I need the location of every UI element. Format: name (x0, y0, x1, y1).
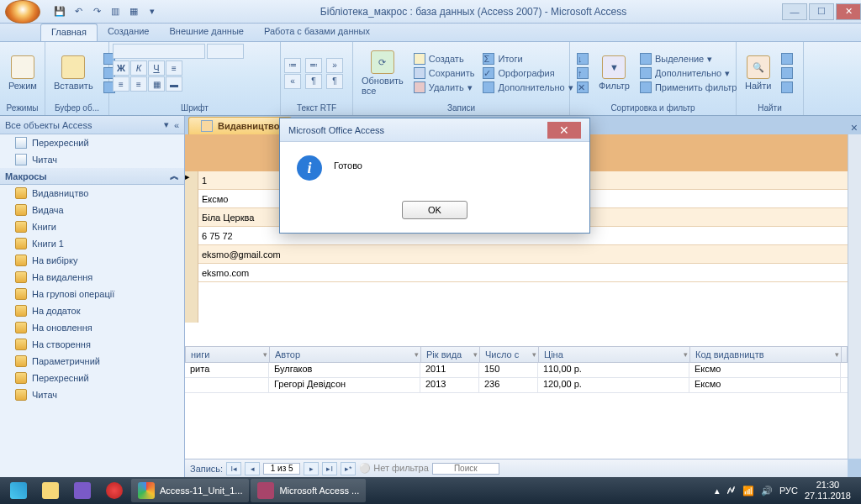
cell[interactable]: Ексмо (689, 363, 841, 377)
nav-group-macros[interactable]: Макросы︽ (0, 168, 184, 185)
nav-item-macro[interactable]: Перехресний (0, 370, 184, 386)
document-tab[interactable]: Видавництво (188, 117, 292, 134)
dialog-close-button[interactable]: ✕ (547, 122, 581, 139)
tab-external[interactable]: Внешние данные (160, 24, 254, 41)
selection-button[interactable]: Выделение▾ (637, 52, 741, 66)
nav-item[interactable]: Читач (0, 151, 184, 168)
italic-button[interactable]: К (130, 60, 147, 76)
office-button[interactable] (5, 0, 40, 24)
column-header[interactable]: Код видавництв▾ (690, 347, 842, 362)
battery-icon[interactable]: 🗲 (726, 486, 736, 496)
font-family[interactable] (113, 44, 205, 59)
qat-icon[interactable]: ▦ (126, 4, 141, 19)
underline-button[interactable]: Ч (148, 60, 165, 76)
tab-create[interactable]: Создание (98, 24, 160, 41)
language-indicator[interactable]: РУС (779, 486, 798, 496)
volume-icon[interactable]: 🔊 (761, 486, 773, 496)
font-size[interactable] (207, 44, 244, 59)
explorer-button[interactable] (35, 479, 66, 502)
save-icon[interactable]: 💾 (52, 4, 67, 19)
qat-dropdown-icon[interactable]: ▾ (145, 4, 160, 19)
tab-home[interactable]: Главная (40, 24, 98, 41)
nav-item-macro[interactable]: Параметричний (0, 353, 184, 370)
spelling-button[interactable]: ✓Орфография (479, 66, 576, 80)
sort-asc-button[interactable]: ↓ (573, 52, 592, 66)
align-center-button[interactable]: ≡ (113, 76, 129, 92)
cell[interactable]: 150 (479, 363, 538, 377)
nav-item-macro[interactable]: Читач (0, 386, 184, 403)
field-input[interactable] (198, 264, 848, 281)
start-button[interactable] (3, 479, 34, 502)
prev-record-button[interactable]: ◂ (245, 462, 260, 475)
numlist-button[interactable]: ≕ (305, 58, 322, 73)
first-record-button[interactable]: I◂ (226, 462, 241, 475)
record-selector[interactable]: ▸ (185, 171, 198, 323)
delete-button[interactable]: Удалить▾ (410, 81, 478, 94)
undo-icon[interactable]: ↶ (71, 4, 86, 19)
clear-sort-button[interactable]: ✕ (573, 81, 592, 94)
view-button[interactable]: Режим (3, 54, 42, 92)
toggle-filter-button[interactable]: Применить фильтр (637, 81, 741, 94)
cell[interactable]: 236 (479, 378, 538, 392)
redo-icon[interactable]: ↷ (89, 4, 104, 19)
column-header[interactable]: Число с▾ (480, 347, 539, 362)
outdent-button[interactable]: « (284, 74, 301, 89)
cell[interactable]: 120,00 р. (538, 378, 689, 392)
nav-header[interactable]: Все объекты Access▾« (0, 116, 184, 134)
sort-desc-button[interactable]: ↑ (573, 66, 592, 80)
maximize-button[interactable]: ☐ (809, 3, 834, 20)
more-button[interactable]: Дополнительно▾ (479, 81, 576, 94)
tray-up-icon[interactable]: ▴ (715, 486, 720, 496)
nav-item-macro[interactable]: На оновлення (0, 319, 184, 336)
close-button[interactable]: ✕ (836, 3, 861, 20)
ok-button[interactable]: OK (402, 201, 467, 219)
cell[interactable]: 110,00 р. (538, 363, 689, 377)
nav-item-macro[interactable]: Книги 1 (0, 235, 184, 252)
nav-item-macro[interactable]: На вибірку (0, 252, 184, 269)
nav-item-macro[interactable]: Видача (0, 202, 184, 218)
network-icon[interactable]: 📶 (742, 486, 754, 496)
next-record-button[interactable]: ▸ (304, 462, 319, 475)
nav-item-macro[interactable]: На додаток (0, 302, 184, 319)
select-button[interactable] (778, 81, 796, 94)
tab-dbtools[interactable]: Работа с базами данных (254, 24, 380, 41)
vertical-scrollbar[interactable] (848, 134, 861, 459)
nav-item-macro[interactable]: На видалення (0, 269, 184, 286)
column-header[interactable]: Автор▾ (270, 347, 421, 362)
nav-item-macro[interactable]: Книги (0, 218, 184, 235)
nav-item-macro[interactable]: На групові операції (0, 286, 184, 302)
cell[interactable]: Ексмо (689, 378, 841, 392)
viber-button[interactable] (67, 479, 98, 502)
ltr-button[interactable]: ¶ (305, 74, 322, 89)
field-input[interactable] (198, 245, 848, 263)
nav-item-macro[interactable]: Видавництво (0, 185, 184, 202)
cell[interactable]: рита (185, 363, 269, 377)
advanced-button[interactable]: Дополнительно▾ (637, 66, 741, 80)
column-header[interactable]: Ціна▾ (539, 347, 690, 362)
find-button[interactable]: 🔍Найти (740, 54, 776, 92)
access-task[interactable]: Microsoft Access ... (251, 479, 366, 502)
filter-button[interactable]: ▼Фильтр (594, 54, 635, 92)
cell[interactable]: Булгаков (269, 363, 420, 377)
cell[interactable] (185, 378, 269, 392)
cell[interactable]: 2011 (420, 363, 479, 377)
chrome-task[interactable]: Access-11_Unit_1... (131, 479, 249, 502)
rtl-button[interactable]: ¶ (326, 74, 343, 89)
qat-icon[interactable]: ▥ (108, 4, 123, 19)
opera-button[interactable] (99, 479, 129, 502)
new-record-button[interactable]: ▸* (341, 462, 356, 475)
record-position[interactable] (263, 463, 300, 475)
cell[interactable]: 2013 (420, 378, 479, 392)
totals-button[interactable]: ΣИтоги (479, 52, 576, 66)
save-button[interactable]: Сохранить (410, 66, 478, 80)
paste-button[interactable]: Вставить (49, 54, 98, 92)
refresh-button[interactable]: ⟳Обновить все (357, 49, 409, 97)
search-input[interactable] (432, 463, 499, 475)
clock[interactable]: 21:3027.11.2018 (805, 480, 851, 501)
fill-button[interactable]: ▬ (166, 76, 182, 92)
column-header[interactable]: ниги▾ (186, 347, 270, 362)
new-button[interactable]: Создать (410, 52, 478, 66)
nav-item[interactable]: Перехресний (0, 134, 184, 151)
replace-button[interactable] (778, 52, 796, 66)
table-row[interactable]: ритаБулгаков2011150110,00 р.Ексмо (185, 363, 848, 378)
